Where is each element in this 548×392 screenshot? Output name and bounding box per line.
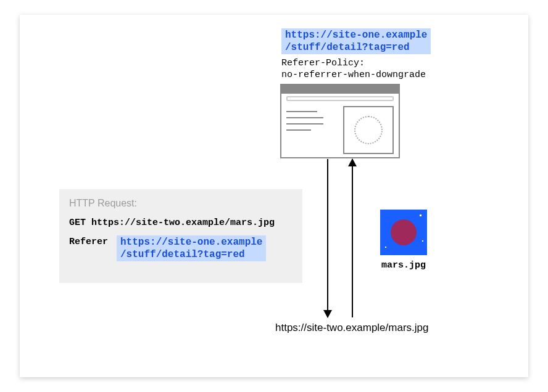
url-line1: https://site-one.example	[285, 30, 427, 41]
text-lines-icon	[286, 106, 343, 154]
response-arrow-icon	[352, 159, 353, 317]
http-get-line: GET https://site-two.example/mars.jpg	[69, 218, 293, 228]
referer-policy-text: Referer-Policy: no-referrer-when-downgra…	[281, 58, 426, 81]
dotted-circle-icon	[354, 116, 383, 144]
browser-content	[281, 101, 399, 159]
star-icon	[422, 240, 423, 242]
http-referer-row: Referer https://site-one.example /stuff/…	[69, 235, 293, 261]
http-request-label: HTTP Request:	[69, 198, 293, 209]
target-url: https://site-two.example/mars.jpg	[275, 322, 428, 334]
star-icon	[420, 214, 421, 216]
browser-window-icon	[280, 84, 400, 158]
browser-urlbar	[286, 96, 394, 101]
url-highlight: https://site-one.example /stuff/detail?t…	[281, 28, 431, 54]
mars-filename-label: mars.jpg	[380, 260, 427, 271]
referer-policy-value: no-referrer-when-downgrade	[281, 70, 426, 80]
referer-url-highlight: https://site-one.example /stuff/detail?t…	[117, 235, 266, 261]
planet-icon	[391, 219, 417, 245]
request-arrow-icon	[327, 159, 328, 317]
star-icon	[385, 247, 386, 248]
image-placeholder-icon	[343, 106, 394, 154]
diagram-canvas: https://site-one.example /stuff/detail?t…	[20, 15, 528, 377]
browser-titlebar	[281, 85, 399, 94]
http-request-box: HTTP Request: GET https://site-two.examp…	[59, 189, 302, 283]
referer-url-line2: /stuff/detail?tag=red	[120, 249, 245, 260]
http-referer-label: Referer	[69, 235, 108, 247]
referer-policy-label: Referer-Policy:	[281, 58, 365, 68]
url-line2: /stuff/detail?tag=red	[285, 42, 410, 53]
source-page-url: https://site-one.example /stuff/detail?t…	[281, 28, 431, 54]
mars-image-icon	[380, 210, 427, 255]
referer-url-line1: https://site-one.example	[120, 237, 262, 248]
